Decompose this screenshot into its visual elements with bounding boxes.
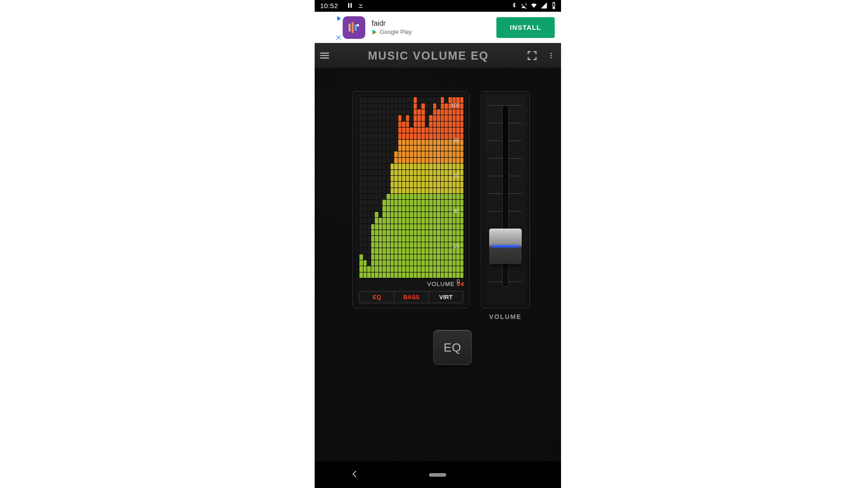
eq-button[interactable]: EQ [433,330,472,365]
bluetooth-icon [510,2,518,9]
spectrum-bars [359,96,464,279]
ad-store-label: Google Play [372,28,412,35]
svg-rect-0 [348,3,349,8]
app-toolbar: MUSIC VOLUME EQ [315,43,561,68]
fullscreen-icon[interactable] [525,48,539,63]
ad-banner[interactable]: faidr Google Play INSTALL [315,12,561,43]
clock: 10:52 [320,2,338,9]
back-button[interactable] [349,469,359,481]
pause-icon [346,2,354,9]
ad-badge[interactable] [315,12,342,43]
app-body: +38+30+20+10+7+4+20-2-4-7-10-20-30-38 VO… [315,68,561,461]
signal-icon [540,2,547,9]
home-pill[interactable] [429,473,446,477]
overflow-icon[interactable] [544,48,558,63]
meter-tabs: EQ BASS VIRT [359,291,463,303]
svg-rect-5 [355,24,357,31]
battery-icon [550,2,557,9]
install-button[interactable]: INSTALL [496,17,555,38]
volume-panel: 100806040200 VOLUME [481,91,530,308]
status-right-icons [510,2,557,9]
svg-rect-4 [352,22,354,33]
phone-frame: 10:52 faidr [315,0,561,488]
ad-app-icon [343,16,365,39]
svg-rect-2 [553,7,555,9]
volume-caption: VOLUME [481,313,529,320]
tab-virt[interactable]: VIRT [429,291,463,303]
spectrum-meter: VOLUME 04 EQ BASS VIRT [353,91,469,308]
app-title: MUSIC VOLUME EQ [336,49,520,62]
nav-bar [315,461,561,488]
watermark: SOUNDGUYS [631,429,854,470]
svg-rect-1 [350,3,352,8]
svg-point-7 [551,53,552,54]
volume-readout: VOLUME 04 [359,281,464,287]
status-left-icons [346,2,364,9]
tab-bass[interactable]: BASS [394,291,429,303]
status-bar: 10:52 [315,0,561,12]
ad-app-name: faidr [372,19,412,28]
mute-icon [520,2,528,9]
svg-rect-3 [349,23,350,31]
tab-eq[interactable]: EQ [359,291,394,303]
wifi-icon [530,2,538,9]
svg-point-8 [551,55,552,56]
menu-icon[interactable] [317,48,332,63]
svg-point-9 [551,57,552,58]
volume-knob[interactable] [489,229,522,264]
svg-point-6 [357,24,359,26]
download-icon [357,2,364,9]
